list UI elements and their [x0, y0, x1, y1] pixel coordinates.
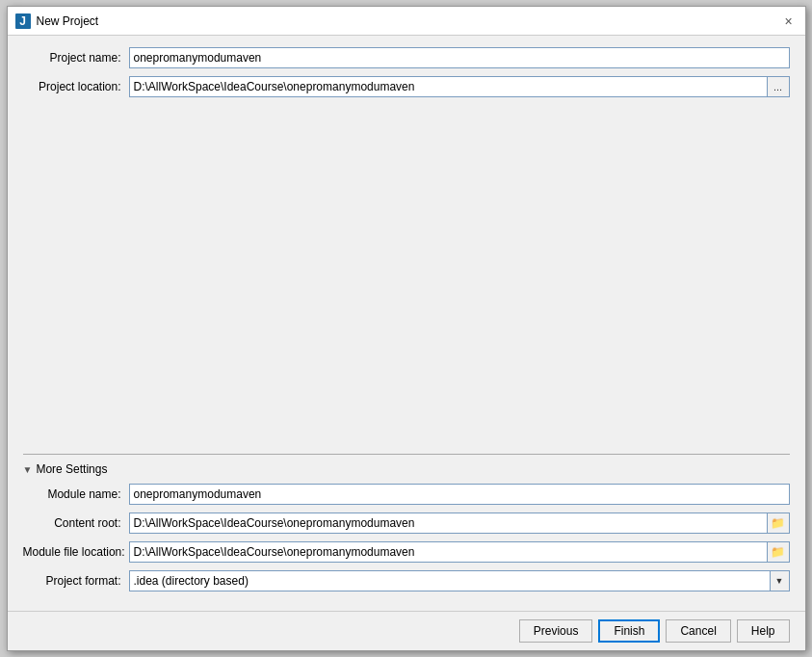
module-name-label: Module name: [23, 487, 129, 501]
more-settings-label: More Settings [36, 462, 107, 476]
dialog-footer: Previous Finish Cancel Help [8, 611, 805, 650]
cancel-button[interactable]: Cancel [666, 619, 730, 643]
project-name-label: Project name: [23, 51, 129, 65]
project-format-field: .idea (directory based) ▼ [129, 570, 790, 591]
module-file-row: Module file location: 📁 [23, 541, 790, 563]
module-file-browse-button[interactable]: 📁 [767, 541, 790, 563]
content-root-field: 📁 [129, 512, 790, 534]
project-format-label: Project format: [23, 574, 129, 588]
content-root-input[interactable] [129, 512, 767, 534]
content-root-label: Content root: [23, 516, 129, 530]
project-location-field: ... [129, 76, 790, 97]
finish-button[interactable]: Finish [598, 619, 660, 643]
title-bar-left: J New Project [15, 13, 99, 29]
help-button[interactable]: Help [737, 619, 790, 643]
project-format-row: Project format: .idea (directory based) … [23, 570, 790, 591]
project-location-browse-button[interactable]: ... [767, 76, 790, 97]
project-name-input[interactable] [129, 47, 790, 68]
more-settings-toggle[interactable]: ▼ More Settings [23, 462, 790, 476]
module-file-label: Module file location: [23, 545, 129, 559]
module-file-field: 📁 [129, 541, 790, 563]
project-location-label: Project location: [23, 80, 129, 93]
body-spacer [23, 105, 790, 450]
dialog-title: New Project [37, 14, 99, 28]
folder-icon-2: 📁 [771, 545, 785, 559]
close-button[interactable]: × [780, 13, 798, 30]
project-location-row: Project location: ... [23, 76, 790, 97]
content-root-row: Content root: 📁 [23, 512, 790, 534]
dialog-body: Project name: Project location: ... ▼ Mo… [8, 36, 805, 611]
more-settings-section: ▼ More Settings Module name: Content roo… [23, 454, 790, 599]
project-name-row: Project name: [23, 47, 790, 68]
folder-icon: 📁 [771, 516, 785, 530]
project-format-select[interactable]: .idea (directory based) [129, 570, 771, 591]
title-bar: J New Project × [8, 7, 805, 36]
project-location-input[interactable] [129, 76, 767, 97]
previous-button[interactable]: Previous [519, 619, 593, 643]
app-icon: J [15, 13, 31, 29]
select-arrow-icon: ▼ [771, 570, 790, 591]
content-root-browse-button[interactable]: 📁 [767, 512, 790, 534]
chevron-down-icon: ▼ [23, 464, 33, 475]
module-file-input[interactable] [129, 541, 767, 563]
new-project-dialog: J New Project × Project name: Project lo… [7, 6, 806, 651]
module-name-row: Module name: [23, 484, 790, 505]
module-name-input[interactable] [129, 484, 790, 505]
